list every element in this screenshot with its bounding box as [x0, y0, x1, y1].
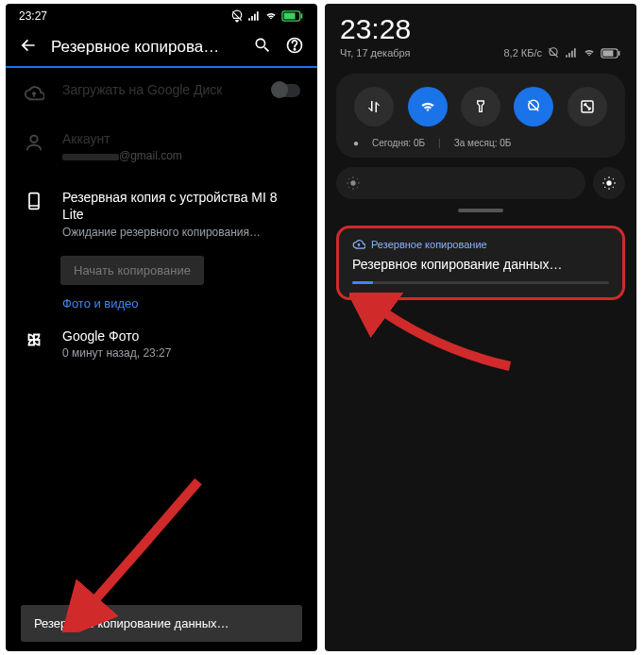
device-backup-row[interactable]: Резервная копия с устройства MI 8 Lite О…	[6, 176, 317, 251]
svg-point-4	[294, 49, 295, 50]
upload-drive-row[interactable]: Загружать на Google Диск	[6, 68, 317, 117]
usage-month: За месяц: 0Б	[454, 138, 512, 148]
brightness-auto-button[interactable]	[593, 167, 625, 199]
battery-icon	[281, 10, 304, 22]
page-title: Резервное копирова…	[51, 38, 240, 57]
settings-header: Резервное копирова…	[6, 26, 317, 68]
qs-data-toggle[interactable]	[354, 87, 394, 126]
cloud-upload-icon	[352, 238, 365, 251]
shade-handle[interactable]	[458, 209, 503, 212]
shade-date: Чт, 17 декабря	[340, 47, 411, 59]
brightness-low-icon	[346, 176, 361, 191]
upload-drive-label: Загружать на Google Диск	[62, 81, 255, 98]
section-photo-video: Фото и видео	[6, 285, 317, 314]
svg-point-5	[30, 136, 37, 143]
device-title: Резервная копия с устройства MI 8 Lite	[62, 189, 300, 223]
shade-header: 23:28 Чт, 17 декабря 8,2 КБ/с	[325, 4, 636, 64]
account-email: @gmail.com	[119, 149, 182, 162]
usage-dot: ●	[353, 138, 359, 148]
qs-wifi-toggle[interactable]	[408, 87, 448, 126]
gphotos-sub: 0 минут назад, 23:27	[62, 346, 300, 360]
qs-dnd-toggle[interactable]	[514, 87, 553, 126]
svg-point-12	[350, 180, 355, 185]
usage-today: Сегодня: 0Б	[372, 138, 425, 148]
status-time: 23:27	[19, 9, 47, 23]
brightness-slider[interactable]	[336, 167, 625, 199]
notif-title: Резервное копирование данных…	[352, 257, 609, 272]
signal-icon	[565, 47, 578, 59]
phone-right-shade: 23:28 Чт, 17 декабря 8,2 КБ/с ● Сегодня:…	[325, 4, 636, 651]
device-sub: Ожидание резервного копирования…	[62, 226, 300, 239]
backup-toast: Резервное копирование данных…	[21, 605, 302, 642]
qs-screenshot-toggle[interactable]	[568, 87, 607, 126]
notif-app-name: Резервное копирование	[371, 239, 487, 250]
qs-flashlight-toggle[interactable]	[461, 87, 500, 126]
svg-point-13	[606, 180, 611, 185]
shade-status-icons: 8,2 КБ/с	[503, 47, 621, 59]
brightness-high-icon	[602, 176, 617, 191]
status-bar: 23:27	[6, 4, 317, 26]
svg-rect-10	[619, 51, 620, 56]
net-speed: 8,2 КБ/с	[503, 47, 542, 59]
account-label: Аккаунт	[62, 130, 300, 147]
backup-notification[interactable]: Резервное копирование Резервное копирова…	[336, 226, 625, 300]
status-icons	[230, 10, 304, 22]
dnd-icon	[230, 10, 244, 22]
data-usage-row: ● Сегодня: 0Б | За месяц: 0Б	[347, 138, 614, 148]
account-icon	[23, 130, 45, 153]
notif-progress	[352, 281, 609, 284]
quick-settings-panel: ● Сегодня: 0Б | За месяц: 0Б	[336, 74, 625, 158]
wifi-icon	[583, 47, 596, 59]
start-backup-button[interactable]: Начать копирование	[60, 256, 204, 285]
search-button[interactable]	[253, 36, 272, 59]
dnd-icon	[547, 47, 560, 59]
google-photos-row[interactable]: Google Фото 0 минут назад, 23:27	[6, 314, 317, 373]
help-button[interactable]	[285, 36, 304, 59]
svg-rect-1	[284, 13, 296, 20]
account-row[interactable]: Аккаунт @gmail.com	[6, 117, 317, 176]
signal-icon	[247, 10, 261, 22]
shade-time: 23:28	[340, 13, 621, 45]
upload-toggle[interactable]	[272, 84, 300, 97]
cloud-upload-icon	[23, 81, 45, 104]
battery-icon	[601, 47, 621, 59]
gphotos-title: Google Фото	[62, 328, 300, 344]
google-photos-icon	[23, 328, 45, 350]
wifi-icon	[264, 10, 278, 22]
phone-left-settings: 23:27 Резервное копирова… Загружать на G…	[6, 4, 317, 651]
phone-icon	[23, 189, 45, 211]
svg-rect-2	[301, 13, 303, 18]
svg-rect-9	[602, 50, 613, 56]
back-button[interactable]	[19, 36, 38, 59]
